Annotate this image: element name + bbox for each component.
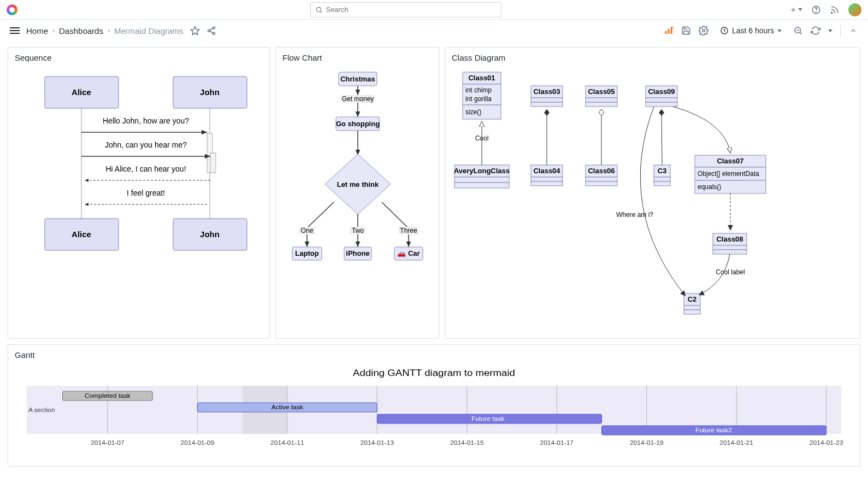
svg-rect-99 [586,177,617,181]
svg-text:int chimp: int chimp [465,86,492,94]
svg-text:Future task: Future task [471,415,505,421]
svg-rect-91 [531,181,563,186]
chevron-right-icon: › [108,27,110,34]
svg-text:Christmas: Christmas [340,75,375,83]
refresh-icon [811,26,820,36]
svg-line-1 [320,11,322,13]
svg-text:Active task: Active task [271,404,304,410]
svg-rect-90 [531,177,563,181]
svg-rect-109 [654,181,670,186]
svg-text:Class07: Class07 [717,157,743,165]
chevron-down-icon [777,30,782,32]
svg-text:2014-01-13: 2014-01-13 [361,439,394,445]
svg-text:Future task2: Future task2 [695,427,732,433]
svg-text:2014-01-19: 2014-01-19 [630,439,664,445]
svg-text:I feel great!: I feel great! [127,189,165,197]
svg-rect-120 [713,245,747,250]
svg-text:Hello John, how are you?: Hello John, how are you? [103,116,189,125]
svg-text:Class05: Class05 [588,87,615,96]
svg-line-110 [662,109,662,165]
settings-button[interactable] [699,26,708,36]
panel-class-diagram[interactable]: Class Diagram Class01 int chimp int gori… [445,47,860,339]
svg-text:Get money: Get money [342,95,374,103]
svg-text:John: John [200,87,220,97]
svg-text:Alice: Alice [72,87,91,97]
breadcrumb: Home › Dashboards › Mermaid Diagrams [26,26,184,36]
rss-button[interactable] [830,5,840,15]
svg-text:2014-01-09: 2014-01-09 [181,439,215,445]
rss-icon [830,5,840,15]
panel-flowchart[interactable]: Flow Chart Christmas Get money Go shoppi… [275,47,439,339]
svg-text:Go shopping: Go shopping [336,120,380,128]
svg-rect-105 [646,102,677,107]
sequence-diagram: Alice John Hello John, how are you? John… [15,67,264,252]
svg-text:Class08: Class08 [716,235,743,243]
panel-sequence[interactable]: Sequence Alice John Hello John, how are … [8,47,270,339]
svg-line-11 [210,28,213,31]
breadcrumb-home[interactable]: Home [26,26,48,36]
svg-text:2014-01-15: 2014-01-15 [450,439,484,445]
breadcrumb-current: Mermaid Diagrams [114,26,184,36]
svg-text:int gorilla: int gorilla [465,95,492,103]
svg-text:Cool: Cool [475,134,489,142]
share-icon [206,26,216,36]
search-input[interactable] [326,5,497,14]
svg-text:Two: Two [352,227,364,234]
svg-text:equals(): equals() [698,183,721,191]
svg-rect-95 [586,98,617,102]
time-range-picker[interactable]: Last 6 hours [716,23,786,38]
search-box[interactable] [310,2,501,17]
svg-line-53 [307,202,334,228]
svg-text:Class01: Class01 [468,74,495,82]
svg-rect-87 [531,102,563,107]
class-diagram: Class01 int chimp int gorilla size() Ave… [452,67,790,329]
share-button[interactable] [206,26,216,36]
refresh-button[interactable] [811,26,820,36]
svg-rect-29 [210,153,216,173]
add-panel-icon: + [664,25,674,36]
grafana-logo-icon[interactable] [7,4,17,15]
gantt-chart: Adding GANTT diagram to mermaid A sectio… [15,364,853,457]
svg-text:Let me think: Let me think [337,180,379,189]
svg-rect-121 [713,250,747,254]
svg-text:AveryLongClass: AveryLongClass [454,167,510,175]
panel-gantt[interactable]: Gantt Adding GANTT diagram to mermaid A … [8,344,860,467]
svg-text:Class06: Class06 [588,167,615,175]
svg-text:One: One [301,227,314,234]
plus-icon [789,6,797,14]
svg-text:2014-01-21: 2014-01-21 [719,439,753,445]
svg-text:John, can you hear me?: John, can you hear me? [105,140,187,149]
zoom-out-button[interactable] [793,26,803,36]
svg-marker-7 [191,27,199,35]
svg-rect-86 [531,98,563,102]
separator [840,25,841,36]
svg-text:Completed task: Completed task [85,392,131,398]
svg-text:Class09: Class09 [648,87,675,96]
svg-point-0 [316,7,321,11]
help-button[interactable] [811,5,821,15]
user-avatar[interactable] [848,3,861,16]
save-button[interactable] [681,26,691,36]
svg-rect-126 [684,305,700,310]
add-panel-button[interactable]: + [664,26,674,36]
flowchart-diagram: Christmas Get money Go shopping Let me t… [282,67,433,274]
add-new-button[interactable] [789,6,802,14]
refresh-interval-picker[interactable] [828,30,832,32]
svg-rect-14 [668,29,669,34]
zoom-out-icon [793,26,803,36]
svg-text:2014-01-23: 2014-01-23 [810,439,843,445]
collapse-button[interactable] [848,26,858,36]
svg-line-55 [382,202,408,228]
chevron-down-icon [798,8,802,11]
app-top-bar [0,0,868,20]
svg-text:Class04: Class04 [533,167,560,175]
breadcrumb-dashboards[interactable]: Dashboards [59,26,103,36]
svg-text:Alice: Alice [72,230,91,239]
svg-line-20 [800,32,801,34]
clock-icon [720,26,729,35]
svg-text:🚗 Car: 🚗 Car [397,249,420,258]
svg-line-12 [210,31,213,33]
menu-toggle-button[interactable] [10,27,20,34]
favorite-button[interactable] [190,26,200,36]
time-range-label: Last 6 hours [732,26,774,35]
